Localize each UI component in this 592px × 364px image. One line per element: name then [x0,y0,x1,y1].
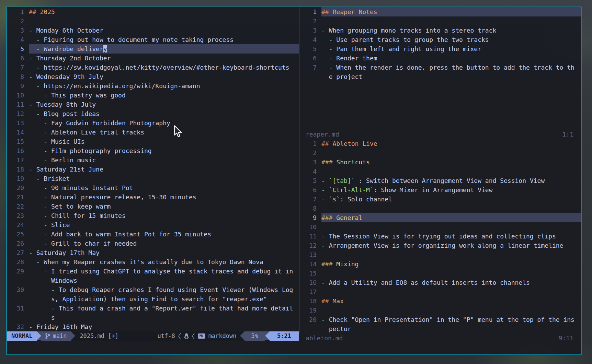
editor-line[interactable]: 4 [299,167,581,176]
editor-pane-2025md[interactable]: 1## 202523- Monday 6th October4 - Figuri… [7,7,299,331]
editor-line[interactable]: 8- Wednesday 9th July [7,72,299,81]
editor-line[interactable]: s [7,313,299,322]
editor-line[interactable]: 3- Monday 6th October [7,26,299,35]
editor-line[interactable]: 16 - Film photography processing [7,146,299,155]
editor-line[interactable]: 2 [299,148,581,157]
editor-line[interactable]: 14 - Ableton Live trial tracks [7,128,299,137]
editor-line[interactable]: 23 - Chill for 15 minutes [7,211,299,220]
statusline-info-group: utf-8 M↓ markdown [157,331,240,341]
editor-line[interactable]: 21 - Natural pressure release, 15-30 min… [7,192,299,202]
editor-line[interactable]: 16- Add a Utility and EQ8 as default ins… [299,278,581,287]
statusline-cursor-position: 1:1 [562,131,573,138]
line-number: 3 [299,26,321,35]
editor-line[interactable]: 14### Mixing [299,259,581,269]
editor-pane-abletonmd[interactable]: 1## Ableton Live23### Shortcuts45- `[tab… [299,139,581,333]
editor-line[interactable]: 15 - Music UIs [7,137,299,146]
editor-line[interactable]: 18- Saturday 21st June [7,165,299,174]
editor-line[interactable]: 10 - This pastry was good [7,91,299,100]
editor-line[interactable]: 10 [299,222,581,232]
editor-line[interactable]: 27- Saturday 17th May [7,248,299,257]
line-number: 29 [7,267,29,276]
editor-line[interactable]: 13 [299,250,581,259]
desktop: { "theme": { "border": "#0f819b", "edito… [0,0,592,364]
editor-line[interactable]: 9### General [299,213,581,222]
editor-pane-reapermd[interactable]: 1## Reaper Notes23- When grouping mono t… [299,7,581,130]
editor-line[interactable]: 3### Shortcuts [299,157,581,167]
line-number: 7 [299,195,321,204]
line-number: 19 [299,306,321,315]
editor-line[interactable]: 17 - Berlin music [7,155,299,165]
editor-line[interactable]: 18## Max [299,296,581,306]
powerline-separator [37,331,41,340]
editor-line[interactable]: 30 - To debug Reaper crashes I found usi… [7,285,299,294]
editor-line[interactable]: 6- `Ctrl-Alt-M`: Show Mixer in Arrangeme… [299,185,581,195]
line-number: 7 [7,63,29,72]
editor-line[interactable]: 4 - Use parent tracks to group the two t… [299,35,581,44]
editor-line[interactable]: 7 - https://sw.kovidgoyal.net/kitty/over… [7,63,299,72]
editor-line[interactable]: 3- When grouping mono tracks into a ster… [299,26,581,35]
editor-line[interactable]: 7- `s`: Solo channel [299,195,581,204]
line-number: 10 [299,222,321,232]
statusline-cursor-position: 9:11 [559,334,573,342]
line-number: 1 [299,139,321,148]
filetype-label: markdown [208,331,237,341]
editor-line[interactable]: 13 - Fay Godwin Forbidden Photography [7,118,299,128]
editor-line[interactable]: 11- Tuesday 8th July [7,100,299,109]
editor-line[interactable]: 6 - Render them [299,54,581,63]
line-text: Windows [29,276,299,285]
editor-line[interactable]: e project [299,72,581,81]
editor-line[interactable]: 22 - Set to keep warm [7,202,299,211]
encoding-label: utf-8 [157,331,175,341]
git-branch-segment: main [41,331,71,341]
editor-line[interactable]: 15 [299,269,581,278]
line-number: 2 [299,148,321,157]
editor-line[interactable]: 5- `[tab]` : Switch between Arrangement … [299,176,581,185]
line-text: - Brisket [29,174,299,183]
editor-line[interactable]: 4 - Figuring out how to document my note… [7,35,299,44]
editor-line[interactable]: 1## Reaper Notes [299,7,581,16]
line-text: - This pastry was good [29,91,299,100]
editor-line[interactable]: 19 - Brisket [7,174,299,183]
editor-line[interactable]: 28 - When my Reaper crashes it's actuall… [7,257,299,267]
editor-line[interactable]: 5 - Wardrobe delivery [7,44,299,54]
line-text: - Fay Godwin Forbidden Photography [29,118,299,128]
line-number [7,313,29,322]
editor-line[interactable]: 12- Arrangement View is for organizing w… [299,241,581,250]
line-number: 8 [299,204,321,213]
line-number: 16 [299,278,321,287]
line-text: - Wednesday 9th July [29,72,299,81]
editor-line[interactable]: s, Application) then using Find to searc… [7,294,299,304]
editor-line[interactable]: 9 - https://en.wikipedia.org/wiki/Kouign… [7,81,299,91]
line-number: 14 [7,128,29,137]
editor-line[interactable]: 31 - This found a crash and a "Report.we… [7,304,299,313]
editor-line[interactable]: pector [299,324,581,333]
editor-line[interactable]: 2 [7,16,299,26]
editor-line[interactable]: 8 [299,204,581,213]
markdown-icon: M↓ [198,333,205,339]
line-number: 23 [7,211,29,220]
editor-line[interactable]: 5 - Pan them left and right using the mi… [299,44,581,54]
editor-line[interactable]: 19 [299,306,581,315]
editor-line[interactable]: 32- Friday 16th May [7,322,299,331]
editor-line[interactable]: 1## Ableton Live [299,139,581,148]
editor-line[interactable]: 25 - Add back to warm Instant Pot for 35… [7,230,299,239]
line-text: - Saturday 17th May [29,248,299,257]
text-cursor-block: y [103,45,107,52]
line-text: - I tried using ChatGPT to analyse the s… [29,267,299,276]
editor-line[interactable]: 11- The Session View is for trying out i… [299,232,581,241]
editor-line[interactable]: 20- Check "Open in Presentation" in the … [299,315,581,324]
editor-line[interactable]: 2 [299,16,581,26]
editor-line[interactable]: 12 - Blog post ideas [7,109,299,118]
editor-line[interactable]: 17 [299,287,581,296]
editor-line[interactable]: 7 - When the render is done, press the b… [299,63,581,72]
editor-line[interactable]: 6- Thursday 2nd October [7,54,299,63]
terminal-window[interactable]: 1## 202523- Monday 6th October4 - Figuri… [6,7,582,355]
line-number: 32 [7,322,29,331]
line-text: ### Mixing [321,259,581,269]
editor-line[interactable]: Windows [7,276,299,285]
editor-line[interactable]: 29 - I tried using ChatGPT to analyse th… [7,267,299,276]
editor-line[interactable]: 20 - 90 minutes Instant Pot [7,183,299,192]
editor-line[interactable]: 26 - Grill to char if needed [7,239,299,248]
editor-line[interactable]: 24 - Slice [7,220,299,230]
editor-line[interactable]: 1## 2025 [7,7,299,16]
